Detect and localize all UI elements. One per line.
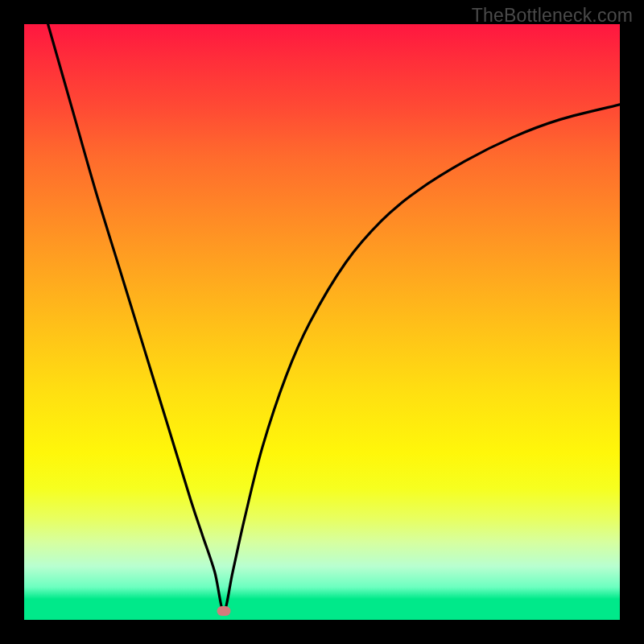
bottleneck-curve <box>24 24 620 620</box>
plot-area <box>24 24 620 620</box>
minimum-marker <box>217 606 230 616</box>
chart-frame: TheBottleneck.com <box>0 0 644 644</box>
watermark-text: TheBottleneck.com <box>472 5 633 27</box>
